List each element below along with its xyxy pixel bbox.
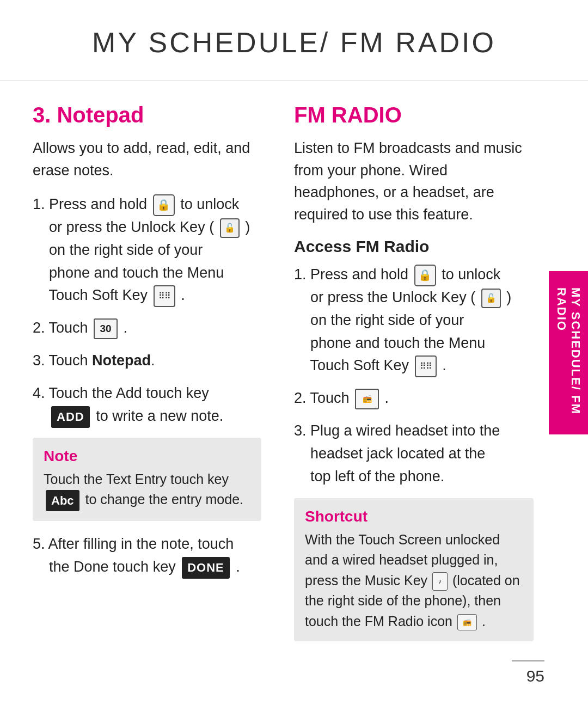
fm-step-2: 2. Touch 📻 . [294, 387, 534, 410]
access-fm-radio-subtitle: Access FM Radio [294, 237, 534, 256]
abc-button: Abc [46, 490, 79, 511]
page-title: MY SCHEDULE/ FM RADIO [0, 0, 588, 81]
menu-icon-2: ⠿⠿ [415, 355, 437, 377]
lock-icon-1: 🔒 [153, 194, 175, 216]
page-divider [512, 660, 544, 661]
right-column: FM RADIO Listen to FM broadcasts and mus… [294, 103, 534, 653]
fm-step-1: 1. Press and hold 🔒 to unlock or press t… [294, 263, 534, 377]
notepad-step-1: 1. Press and hold 🔒 to unlock or press t… [33, 193, 261, 307]
note-title: Note [44, 447, 250, 465]
notepad-step-4: 4. Touch the Add touch key ADD to write … [33, 382, 261, 428]
fm-radio-section-title: FM RADIO [294, 103, 534, 127]
add-button: ADD [51, 406, 90, 428]
note-text: Touch the Text Entry touch key Abc to ch… [44, 469, 250, 511]
done-button: DONE [182, 557, 230, 579]
notepad-step-2: 2. Touch 30 . [33, 317, 261, 340]
notepad-step-5: 5. After filling in the note, touch the … [33, 533, 261, 579]
shortcut-text: With the Touch Screen unlocked and a wir… [305, 530, 523, 632]
step-1-num: 1. Press and hold [33, 196, 151, 212]
page-number: 95 [526, 667, 544, 685]
left-column: 3. Notepad Allows you to add, read, edit… [33, 103, 261, 653]
radio-icon: 📻 [355, 389, 379, 409]
lock-icon-2: 🔒 [414, 265, 436, 286]
side-tab: MY SCHEDULE/ FM RADIO [549, 271, 588, 434]
unlock-key-icon-2: 🔓 [481, 289, 501, 308]
menu-icon-1: ⠿⠿ [154, 285, 175, 307]
note-box: Note Touch the Text Entry touch key Abc … [33, 438, 261, 521]
fm-radio-small-icon: 📻 [457, 614, 477, 630]
music-key-icon: ♪ [432, 572, 448, 591]
notepad-step-3: 3. Touch Notepad. [33, 350, 261, 372]
shortcut-box: Shortcut With the Touch Screen unlocked … [294, 498, 534, 642]
fm-radio-description: Listen to FM broadcasts and music from y… [294, 137, 534, 225]
notepad-section-title: 3. Notepad [33, 103, 261, 127]
calendar-icon: 30 [94, 318, 118, 339]
notepad-bold: Notepad [92, 352, 151, 369]
unlock-key-icon-1: 🔓 [220, 218, 240, 238]
shortcut-title: Shortcut [305, 508, 523, 525]
notepad-description: Allows you to add, read, edit, and erase… [33, 137, 261, 181]
fm-step-3: 3. Plug a wired headset into the headset… [294, 420, 534, 488]
main-content: 3. Notepad Allows you to add, read, edit… [0, 103, 588, 653]
